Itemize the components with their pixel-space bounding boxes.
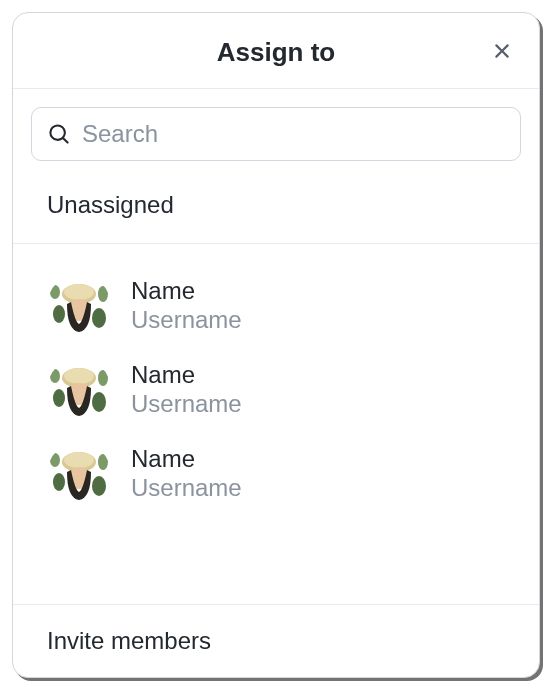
close-icon xyxy=(490,39,514,63)
member-username: Username xyxy=(131,474,242,503)
avatar xyxy=(47,274,111,338)
invite-members-button[interactable]: Invite members xyxy=(47,627,519,655)
close-button[interactable] xyxy=(487,36,517,66)
search-input[interactable] xyxy=(82,120,504,148)
member-info: Name Username xyxy=(131,361,242,419)
avatar xyxy=(47,358,111,422)
member-name: Name xyxy=(131,277,242,306)
member-row[interactable]: Name Username xyxy=(47,348,519,432)
search-section xyxy=(13,89,539,179)
member-info: Name Username xyxy=(131,445,242,503)
unassigned-section: Unassigned xyxy=(13,179,539,244)
scroll-fade xyxy=(13,534,539,604)
dialog-footer: Invite members xyxy=(13,605,539,677)
unassigned-option[interactable]: Unassigned xyxy=(47,191,519,219)
member-name: Name xyxy=(131,445,242,474)
dialog-header: Assign to xyxy=(13,13,539,89)
member-row[interactable]: Name Username xyxy=(47,264,519,348)
members-section: Name Username Name Username Name xyxy=(13,244,539,605)
member-row[interactable]: Name Username xyxy=(47,432,519,516)
search-box[interactable] xyxy=(31,107,521,161)
member-username: Username xyxy=(131,390,242,419)
dialog-title: Assign to xyxy=(217,37,335,68)
member-list: Name Username Name Username Name xyxy=(13,244,539,516)
member-username: Username xyxy=(131,306,242,335)
search-icon xyxy=(48,123,70,145)
member-info: Name Username xyxy=(131,277,242,335)
avatar xyxy=(47,442,111,506)
assign-dialog: Assign to Unassigned Name Usern xyxy=(12,12,540,678)
member-name: Name xyxy=(131,361,242,390)
